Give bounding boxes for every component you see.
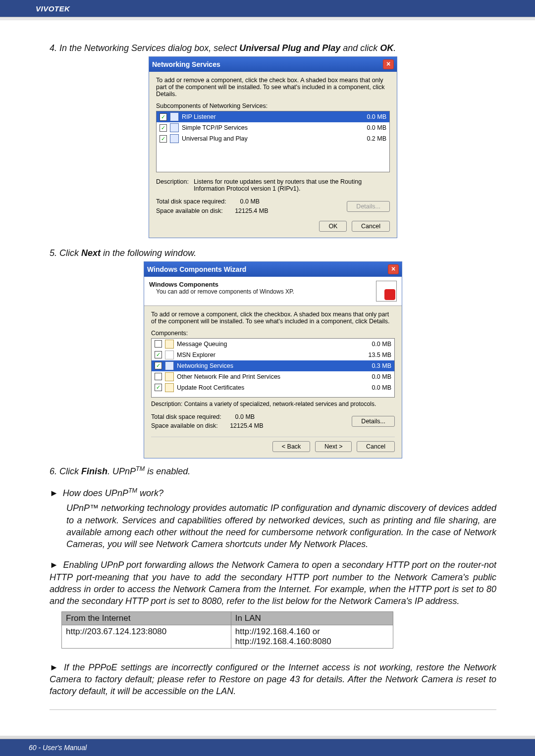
back-button[interactable]: < Back [272,441,311,452]
table-header-lan: In LAN [231,611,393,625]
dlg1-sublabel: Subcomponents of Networking Services: [156,102,390,109]
windows-components-wizard-dialog: Windows Components Wizard × Windows Comp… [144,261,402,459]
close-icon[interactable]: × [383,59,394,69]
forwarding-text: Enabling UPnP port forwarding allows the… [50,560,496,606]
avail-disk-value: 12125.4 MB [235,207,268,214]
total-disk-label: Total disk space required: [156,198,226,205]
cancel-button[interactable]: Cancel [352,221,390,232]
brand-logo: VIVOTEK [36,4,70,13]
next-button[interactable]: Next > [315,441,352,452]
avail-disk-label: Space available on disk: [156,207,223,214]
how-upnp-body: UPnP™ networking technology provides aut… [50,502,496,550]
checkbox-icon[interactable] [155,340,162,348]
pppoe-note: ► If the PPPoE settings are incorrectly … [50,661,496,698]
list-item-size: 0.0 MB [362,384,391,391]
dlg1-description: Description: Listens for route updates s… [156,178,390,192]
dlg2-description: Description: Contains a variety of speci… [151,401,395,407]
list-item-size: 13.5 MB [362,352,391,358]
address-table: From the Internet In LAN http://203.67.1… [61,611,393,649]
howq-post: work? [137,488,163,498]
list-item-upnp[interactable]: ✓Universal Plug and Play 0.2 MB [157,133,389,144]
list-item[interactable]: ✓MSN Explorer 13.5 MB [152,350,394,360]
total-disk-value: 0.0 MB [235,413,255,420]
arrow-icon: ► [50,560,58,570]
list-item-size: 0.0 MB [357,113,386,120]
component-icon [170,123,179,132]
components-label: Components: [151,330,395,337]
cancel-button[interactable]: Cancel [357,441,395,452]
footer-strip: 60 - User's Manual [0,739,535,756]
step4-bold: Universal Plug and Play [239,43,340,53]
dlg1-title: Networking Services [152,60,220,68]
how-upnp-heading: ► How does UPnPTM work? [50,487,496,499]
step5-post: in the following window. [101,248,196,258]
wizard-header-subtitle: You can add or remove components of Wind… [156,288,294,295]
table-cell-lan: http://192.168.4.160 or http://192.168.4… [231,625,393,648]
list-item-size: 0.0 MB [357,124,386,131]
step6-pre: 6. Click [50,466,81,476]
list-item-size: 0.3 MB [362,362,391,369]
step5-pre: 5. Click [50,248,81,258]
list-item-label: Universal Plug and Play [182,135,248,142]
list-item-size: 0.0 MB [362,373,391,380]
disk-space-col: Total disk space required: 0.0 MB Space … [156,197,268,216]
arrow-icon: ► [50,488,58,498]
footer-divider [0,736,535,739]
component-icon [165,340,174,349]
checkbox-icon[interactable]: ✓ [160,135,167,143]
checkbox-icon[interactable]: ✓ [160,124,167,132]
checkbox-icon[interactable]: ✓ [155,351,162,358]
checkbox-icon[interactable]: ✓ [155,362,162,369]
component-icon [165,372,174,381]
description-label: Description: [156,178,189,192]
list-item-tcpip[interactable]: ✓Simple TCP/IP Services 0.0 MB [157,122,389,133]
list-item[interactable]: Other Network File and Print Services 0.… [152,371,394,382]
footer-text: 60 - User's Manual [29,744,87,752]
step5-bold: Next [81,248,101,258]
checkbox-icon[interactable] [155,373,162,380]
list-item-label: Message Queuing [177,341,227,348]
list-item-networking-services[interactable]: ✓Networking Services 0.3 MB [152,360,394,371]
checkbox-icon[interactable]: ✓ [155,384,162,391]
step-6-text: 6. Click Finish. UPnPTM is enabled. [50,465,496,477]
lan-addr-2: http://192.168.4.160:8080 [235,637,389,647]
dlg2-instruction: To add or remove a component, click the … [151,311,395,325]
ok-button[interactable]: OK [319,221,347,232]
list-item-rip[interactable]: ✓RIP Listener 0.0 MB [157,111,389,122]
component-icon [165,361,174,370]
header-divider [0,17,535,20]
component-icon [170,134,179,143]
disk-space-col: Total disk space required: 0.0 MB Space … [151,412,264,431]
avail-disk-label: Space available on disk: [151,422,218,429]
close-icon[interactable]: × [388,264,399,274]
avail-disk-value: 12125.4 MB [230,422,263,429]
details-button[interactable]: Details... [352,416,395,427]
total-disk-value: 0.0 MB [240,198,260,205]
table-cell-internet: http://203.67.124.123:8080 [62,625,231,648]
dlg2-titlebar: Windows Components Wizard × [144,262,402,277]
step-4-text: 4. In the Networking Services dialog box… [50,43,496,53]
list-item-size: 0.2 MB [357,135,386,142]
step4-mid: and click [340,43,380,53]
list-item-label: Simple TCP/IP Services [182,124,248,131]
checkbox-icon[interactable]: ✓ [160,113,167,121]
step4-pre: 4. In the Networking Services dialog box… [50,43,239,53]
dlg1-instruction: To add or remove a component, click the … [156,77,390,98]
content-divider [50,709,496,710]
list-item-size: 0.0 MB [362,341,391,348]
step4-post: . [393,43,396,53]
step6-tail: is enabled. [145,466,190,476]
component-icon [165,383,174,392]
dlg1-titlebar: Networking Services × [149,57,397,72]
list-item[interactable]: Message Queuing 0.0 MB [152,339,394,350]
component-icon [170,112,179,121]
dlg2-listbox: Message Queuing 0.0 MB ✓MSN Explorer 13.… [151,338,395,398]
details-button[interactable]: Details... [347,201,390,212]
lan-addr-1: http://192.168.4.160 or [235,627,389,637]
step6-bold: Finish [81,466,107,476]
list-item-label: Update Root Certificates [177,384,244,391]
list-item[interactable]: ✓Update Root Certificates 0.0 MB [152,382,394,393]
list-item-label: Networking Services [177,362,233,369]
wizard-header: Windows Components You can add or remove… [144,277,402,306]
list-item-label: MSN Explorer [177,352,215,358]
